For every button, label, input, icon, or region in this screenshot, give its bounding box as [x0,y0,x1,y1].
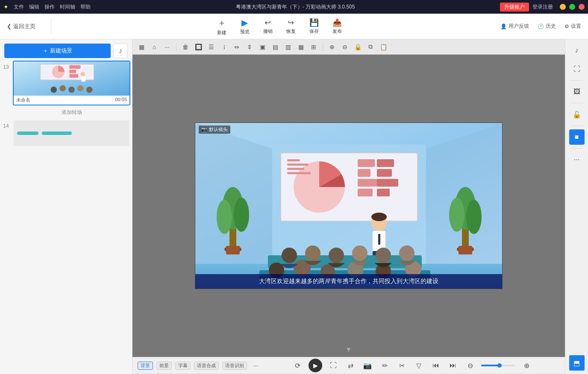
settings-button[interactable]: ⚙ 设置 [564,23,581,30]
scene-thumb-footer-13: 未命名 00:05 [14,96,129,105]
svg-rect-20 [287,164,309,166]
menu-file[interactable]: 文件 [14,3,24,11]
window-maximize[interactable]: □ [569,4,575,10]
tool-delete[interactable]: 🗑 [180,41,191,53]
tag-foreground[interactable]: 前景 [156,362,172,370]
tool-zoom-in[interactable]: ⊕ [326,41,338,53]
tool-arrange4[interactable]: ▦ [295,41,306,53]
history-label: 历史 [546,23,556,30]
loop-button[interactable]: ⇄ [344,359,356,371]
rt-more[interactable]: ··· [569,152,585,167]
new-action[interactable]: ＋ 新建 [217,17,226,36]
edit-button[interactable]: ✏ [379,359,391,371]
tool-arrange3[interactable]: ▥ [282,41,294,53]
tag-voice-recognition[interactable]: 语音识别 [222,362,247,370]
login-button[interactable]: 登录注册 [532,3,553,11]
tool-arrange1[interactable]: ▣ [257,41,268,53]
rt-sep2 [570,103,583,103]
svg-rect-31 [229,228,236,249]
scene-thumb-14[interactable] [13,120,130,147]
svg-point-9 [59,85,66,92]
svg-rect-24 [358,169,370,177]
svg-point-33 [217,200,232,234]
window-close[interactable]: ✕ [579,4,585,10]
svg-rect-22 [287,172,311,174]
menu-operate[interactable]: 操作 [44,3,55,11]
add-transition-label: 添加转场 [62,109,82,115]
window-minimize[interactable]: － [560,4,566,10]
add-transition[interactable]: 添加转场 [2,107,130,120]
tool-lock[interactable]: 🔒 [352,41,363,53]
new-icon: ＋ [218,17,226,29]
prev-frame[interactable]: ⏮ [430,359,442,371]
tool-more[interactable]: ··· [162,41,173,53]
right-panel: ♪ ⛶ 🖼 🔓 ■ ··· ⬒ [565,39,588,374]
svg-rect-29 [377,179,398,187]
screenshot-button[interactable]: 📷 [362,359,373,371]
more-tags-button[interactable]: ··· [250,360,261,371]
user-feedback[interactable]: 👤 用户反馈 [500,23,529,30]
tool-flip-v[interactable]: ⇕ [244,41,255,53]
rt-expand[interactable]: ⛶ [569,61,585,77]
tool-copy[interactable]: ⧉ [365,41,376,53]
rt-layer[interactable]: 🖼 [569,84,585,99]
rt-lock-open[interactable]: 🔓 [569,107,585,122]
title-bar-menu[interactable]: ✦ 文件 编辑 操作 时间轴 帮助 [3,3,91,11]
crop-button[interactable]: ✂ [396,359,408,371]
tool-align[interactable]: ☰ [206,41,217,53]
scene-item-14: 14 [2,120,130,147]
menu-help[interactable]: 帮助 [80,3,91,11]
next-frame[interactable]: ⏭ [447,359,459,371]
tool-mask[interactable]: 🔲 [193,41,204,53]
redo-action[interactable]: ↪ 恢复 [286,18,296,35]
svg-point-40 [466,200,482,234]
scene-number-13: 13 [2,61,10,70]
tool-paste[interactable]: 📋 [378,41,389,53]
preview-action[interactable]: ▶ 预览 [240,18,250,35]
tool-grid[interactable]: ⫶ [218,41,229,53]
rewind-button[interactable]: ⟳ [291,359,303,371]
settings-icon: ⚙ [564,23,569,29]
playback-left: 背景 前景 字幕 语音合成 语音识别 ··· [138,360,261,371]
rt-music[interactable]: ♪ [569,43,585,58]
menu-edit[interactable]: 编辑 [29,3,39,11]
tag-voice-synthesis[interactable]: 语音合成 [194,362,219,370]
minus-button[interactable]: ⊖ [464,359,476,371]
volume-handle[interactable] [497,363,502,368]
undo-action[interactable]: ↩ 撤销 [263,18,273,35]
tool-home[interactable]: ⌂ [149,41,160,53]
tool-arrange5[interactable]: ⊞ [308,41,319,53]
rt-color[interactable]: ■ [569,129,585,145]
scene-thumb-13[interactable]: 未命名 00:05 [13,61,130,105]
toolbar-right: 👤 用户反馈 🕐 历史 ⚙ 设置 [500,23,581,30]
svg-rect-30 [377,189,390,196]
tool-scene[interactable]: ▦ [136,41,147,53]
window-controls[interactable]: － □ ✕ [560,4,585,10]
publish-action[interactable]: 📤 发布 [332,18,342,35]
history-button[interactable]: 🕐 历史 [538,23,556,30]
volume-slider[interactable] [481,365,515,366]
new-scene-area: ＋ 新建场景 ♪ [4,44,128,58]
tag-subtitle[interactable]: 字幕 [175,362,191,370]
tool-flip-h[interactable]: ⇔ [231,41,242,53]
save-action[interactable]: 💾 保存 [309,18,319,35]
upgrade-button[interactable]: 升级账户 [500,3,529,12]
fullscreen-button[interactable]: ⛶ [327,359,339,371]
new-scene-button[interactable]: ＋ 新建场景 [4,44,111,58]
play-button[interactable]: ▶ [309,359,322,372]
back-button[interactable]: ❮ 返回主页 [7,23,44,30]
camera-icon: 📷 [201,127,207,132]
rt-export[interactable]: ⬒ [569,355,585,371]
canvas-frame[interactable]: 📷 默认镜头 大湾区欢迎越来越多的两岸青年携手合作，共同投入到大湾区的建设 [195,123,503,289]
filter-button[interactable]: ▽ [413,359,425,371]
tag-background[interactable]: 背景 [138,362,153,370]
scene-item-13: 13 [2,61,130,105]
music-button[interactable]: ♪ [113,44,128,58]
title-bar-right[interactable]: 升级账户 登录注册 － □ ✕ [500,3,585,12]
add-button[interactable]: ⊕ [520,359,532,371]
tool-zoom-out[interactable]: ⊖ [339,41,350,53]
svg-point-44 [371,213,387,221]
svg-point-6 [80,72,85,76]
menu-timeline[interactable]: 时间轴 [60,3,75,11]
tool-arrange2[interactable]: ▤ [270,41,281,53]
